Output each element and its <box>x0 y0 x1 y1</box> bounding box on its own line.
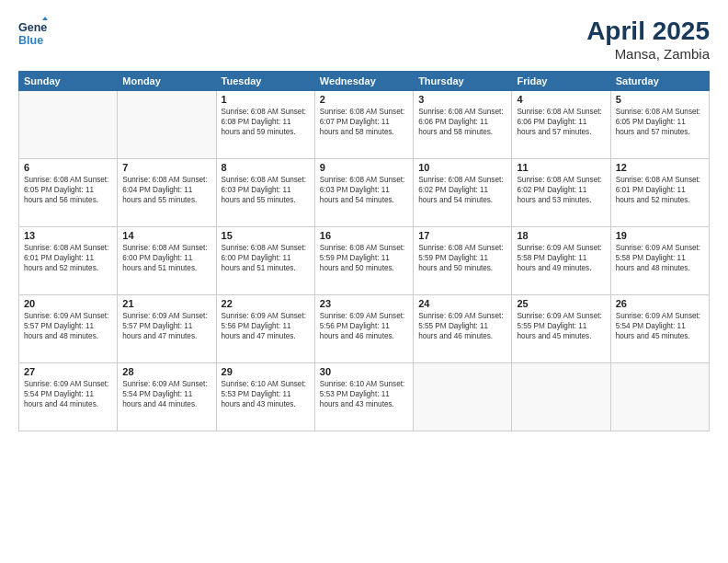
day-info: Sunrise: 6:09 AM Sunset: 5:55 PM Dayligh… <box>418 311 506 341</box>
calendar-cell <box>19 91 118 159</box>
calendar-cell: 7Sunrise: 6:08 AM Sunset: 6:04 PM Daylig… <box>118 159 216 227</box>
day-info: Sunrise: 6:08 AM Sunset: 6:03 PM Dayligh… <box>320 175 408 205</box>
day-number: 27 <box>24 366 112 377</box>
day-info: Sunrise: 6:09 AM Sunset: 5:56 PM Dayligh… <box>320 311 408 341</box>
day-info: Sunrise: 6:08 AM Sunset: 6:03 PM Dayligh… <box>222 175 310 205</box>
day-info: Sunrise: 6:08 AM Sunset: 6:02 PM Dayligh… <box>418 175 506 205</box>
svg-text:Blue: Blue <box>18 34 43 47</box>
day-number: 3 <box>418 94 506 105</box>
day-number: 17 <box>418 230 506 241</box>
day-info: Sunrise: 6:08 AM Sunset: 6:02 PM Dayligh… <box>517 175 605 205</box>
day-number: 30 <box>320 366 408 377</box>
day-info: Sunrise: 6:08 AM Sunset: 5:59 PM Dayligh… <box>320 243 408 273</box>
weekday-header-saturday: Saturday <box>610 72 709 91</box>
calendar-cell: 13Sunrise: 6:08 AM Sunset: 6:01 PM Dayli… <box>19 227 118 295</box>
day-number: 11 <box>517 162 605 173</box>
week-row-2: 6Sunrise: 6:08 AM Sunset: 6:05 PM Daylig… <box>19 159 710 227</box>
calendar-cell: 5Sunrise: 6:08 AM Sunset: 6:05 PM Daylig… <box>610 91 709 159</box>
calendar-cell: 24Sunrise: 6:09 AM Sunset: 5:55 PM Dayli… <box>414 295 512 363</box>
calendar-cell: 14Sunrise: 6:08 AM Sunset: 6:00 PM Dayli… <box>118 227 216 295</box>
day-number: 15 <box>222 230 310 241</box>
weekday-header-monday: Monday <box>118 72 216 91</box>
day-number: 8 <box>222 162 310 173</box>
calendar-cell <box>610 363 709 431</box>
calendar-cell: 21Sunrise: 6:09 AM Sunset: 5:57 PM Dayli… <box>118 295 216 363</box>
day-number: 22 <box>222 298 310 309</box>
day-info: Sunrise: 6:08 AM Sunset: 6:05 PM Dayligh… <box>616 107 704 137</box>
calendar-cell: 9Sunrise: 6:08 AM Sunset: 6:03 PM Daylig… <box>314 159 413 227</box>
day-info: Sunrise: 6:09 AM Sunset: 5:56 PM Dayligh… <box>222 311 310 341</box>
calendar-cell: 19Sunrise: 6:09 AM Sunset: 5:58 PM Dayli… <box>610 227 709 295</box>
week-row-3: 13Sunrise: 6:08 AM Sunset: 6:01 PM Dayli… <box>19 227 710 295</box>
title-block: April 2025 Mansa, Zambia <box>586 17 710 62</box>
day-info: Sunrise: 6:08 AM Sunset: 6:05 PM Dayligh… <box>24 175 112 205</box>
calendar-cell: 20Sunrise: 6:09 AM Sunset: 5:57 PM Dayli… <box>19 295 118 363</box>
calendar-cell: 1Sunrise: 6:08 AM Sunset: 6:08 PM Daylig… <box>216 91 314 159</box>
day-info: Sunrise: 6:08 AM Sunset: 6:07 PM Dayligh… <box>320 107 408 137</box>
calendar-cell: 22Sunrise: 6:09 AM Sunset: 5:56 PM Dayli… <box>216 295 314 363</box>
day-number: 2 <box>320 94 408 105</box>
day-number: 20 <box>24 298 112 309</box>
weekday-header-sunday: Sunday <box>19 72 118 91</box>
calendar-title: April 2025 <box>586 17 710 46</box>
day-info: Sunrise: 6:09 AM Sunset: 5:57 PM Dayligh… <box>24 311 112 341</box>
calendar-cell: 11Sunrise: 6:08 AM Sunset: 6:02 PM Dayli… <box>512 159 610 227</box>
week-row-1: 1Sunrise: 6:08 AM Sunset: 6:08 PM Daylig… <box>19 91 710 159</box>
calendar-cell: 4Sunrise: 6:08 AM Sunset: 6:06 PM Daylig… <box>512 91 610 159</box>
calendar-cell: 10Sunrise: 6:08 AM Sunset: 6:02 PM Dayli… <box>414 159 512 227</box>
day-number: 19 <box>616 230 704 241</box>
day-number: 23 <box>320 298 408 309</box>
day-info: Sunrise: 6:08 AM Sunset: 6:06 PM Dayligh… <box>418 107 506 137</box>
day-info: Sunrise: 6:09 AM Sunset: 5:58 PM Dayligh… <box>517 243 605 273</box>
day-info: Sunrise: 6:08 AM Sunset: 6:04 PM Dayligh… <box>122 175 210 205</box>
day-number: 1 <box>222 94 310 105</box>
weekday-header-thursday: Thursday <box>414 72 512 91</box>
day-info: Sunrise: 6:08 AM Sunset: 6:00 PM Dayligh… <box>222 243 310 273</box>
day-number: 6 <box>24 162 112 173</box>
header: General Blue April 2025 Mansa, Zambia <box>18 17 710 62</box>
calendar-cell <box>512 363 610 431</box>
day-number: 28 <box>122 366 210 377</box>
day-info: Sunrise: 6:09 AM Sunset: 5:58 PM Dayligh… <box>616 243 704 273</box>
week-row-4: 20Sunrise: 6:09 AM Sunset: 5:57 PM Dayli… <box>19 295 710 363</box>
day-info: Sunrise: 6:10 AM Sunset: 5:53 PM Dayligh… <box>320 379 408 409</box>
day-info: Sunrise: 6:08 AM Sunset: 6:01 PM Dayligh… <box>616 175 704 205</box>
calendar-cell: 18Sunrise: 6:09 AM Sunset: 5:58 PM Dayli… <box>512 227 610 295</box>
logo-graphic: General Blue <box>18 17 48 52</box>
calendar-cell <box>414 363 512 431</box>
calendar-subtitle: Mansa, Zambia <box>586 46 710 62</box>
day-number: 16 <box>320 230 408 241</box>
weekday-header-friday: Friday <box>512 72 610 91</box>
day-info: Sunrise: 6:08 AM Sunset: 6:01 PM Dayligh… <box>24 243 112 273</box>
calendar-cell: 3Sunrise: 6:08 AM Sunset: 6:06 PM Daylig… <box>414 91 512 159</box>
day-info: Sunrise: 6:08 AM Sunset: 5:59 PM Dayligh… <box>418 243 506 273</box>
day-info: Sunrise: 6:10 AM Sunset: 5:53 PM Dayligh… <box>222 379 310 409</box>
calendar-cell: 27Sunrise: 6:09 AM Sunset: 5:54 PM Dayli… <box>19 363 118 431</box>
week-row-5: 27Sunrise: 6:09 AM Sunset: 5:54 PM Dayli… <box>19 363 710 431</box>
weekday-header-tuesday: Tuesday <box>216 72 314 91</box>
calendar-cell: 6Sunrise: 6:08 AM Sunset: 6:05 PM Daylig… <box>19 159 118 227</box>
calendar-cell: 16Sunrise: 6:08 AM Sunset: 5:59 PM Dayli… <box>314 227 413 295</box>
weekday-header-row: SundayMondayTuesdayWednesdayThursdayFrid… <box>19 72 710 91</box>
day-info: Sunrise: 6:09 AM Sunset: 5:57 PM Dayligh… <box>122 311 210 341</box>
calendar-cell: 23Sunrise: 6:09 AM Sunset: 5:56 PM Dayli… <box>314 295 413 363</box>
day-info: Sunrise: 6:08 AM Sunset: 6:00 PM Dayligh… <box>122 243 210 273</box>
day-number: 25 <box>517 298 605 309</box>
day-number: 18 <box>517 230 605 241</box>
logo: General Blue <box>18 17 51 52</box>
day-number: 13 <box>24 230 112 241</box>
day-info: Sunrise: 6:09 AM Sunset: 5:54 PM Dayligh… <box>616 311 704 341</box>
calendar-table: SundayMondayTuesdayWednesdayThursdayFrid… <box>18 71 710 431</box>
day-info: Sunrise: 6:09 AM Sunset: 5:55 PM Dayligh… <box>517 311 605 341</box>
calendar-cell: 12Sunrise: 6:08 AM Sunset: 6:01 PM Dayli… <box>610 159 709 227</box>
day-number: 21 <box>122 298 210 309</box>
day-number: 9 <box>320 162 408 173</box>
day-number: 29 <box>222 366 310 377</box>
day-number: 10 <box>418 162 506 173</box>
calendar-cell: 15Sunrise: 6:08 AM Sunset: 6:00 PM Dayli… <box>216 227 314 295</box>
day-number: 12 <box>616 162 704 173</box>
page: General Blue April 2025 Mansa, Zambia Su… <box>0 0 728 563</box>
weekday-header-wednesday: Wednesday <box>314 72 413 91</box>
day-number: 5 <box>616 94 704 105</box>
day-info: Sunrise: 6:09 AM Sunset: 5:54 PM Dayligh… <box>122 379 210 409</box>
